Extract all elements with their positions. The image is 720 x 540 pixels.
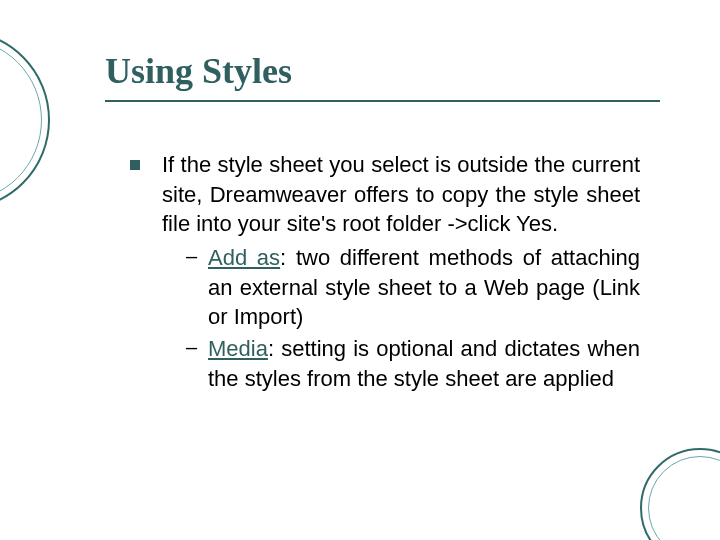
sub-item: – Add as: two different methods of attac… bbox=[186, 243, 640, 332]
decorative-ring-bottom-right bbox=[640, 448, 720, 540]
bullet-text: If the style sheet you select is outside… bbox=[162, 150, 640, 239]
sub-rest: : setting is optional and dictates when … bbox=[208, 336, 640, 391]
bullet-content: If the style sheet you select is outside… bbox=[162, 150, 640, 394]
dash-bullet-icon: – bbox=[186, 336, 202, 359]
sub-keyword: Media bbox=[208, 336, 268, 361]
dash-bullet-icon: – bbox=[186, 245, 202, 268]
title-underline bbox=[105, 100, 660, 102]
slide-title: Using Styles bbox=[105, 50, 660, 98]
sub-list: – Add as: two different methods of attac… bbox=[186, 243, 640, 393]
decorative-ring-left bbox=[0, 30, 50, 210]
bullet-item: If the style sheet you select is outside… bbox=[130, 150, 640, 394]
square-bullet-icon bbox=[130, 160, 140, 170]
sub-item: – Media: setting is optional and dictate… bbox=[186, 334, 640, 393]
body: If the style sheet you select is outside… bbox=[130, 150, 640, 394]
slide: Using Styles If the style sheet you sele… bbox=[0, 0, 720, 540]
sub-text: Media: setting is optional and dictates … bbox=[208, 334, 640, 393]
title-block: Using Styles bbox=[105, 50, 660, 102]
sub-text: Add as: two different methods of attachi… bbox=[208, 243, 640, 332]
sub-keyword: Add as bbox=[208, 245, 280, 270]
